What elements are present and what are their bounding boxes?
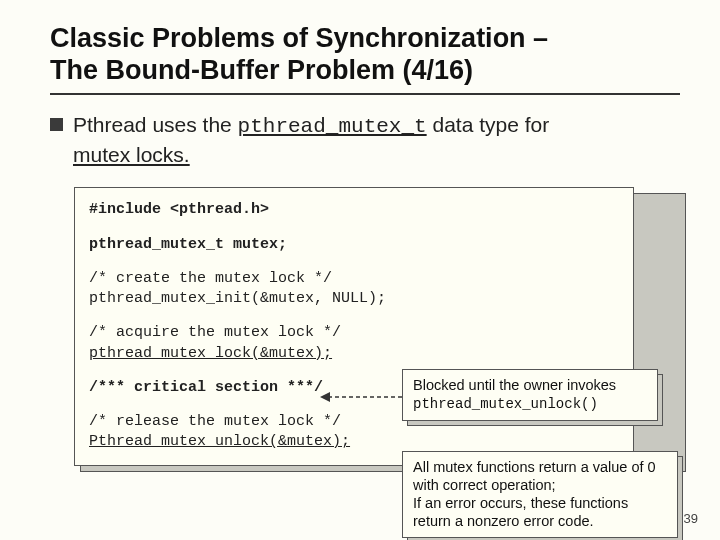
callout2-l2: with correct operation; xyxy=(413,477,556,493)
slide-title: Classic Problems of Synchronization – Th… xyxy=(50,22,680,87)
bullet-post1: data type for xyxy=(427,113,550,136)
title-line-1: Classic Problems of Synchronization – xyxy=(50,23,548,53)
bullet-pre: Pthread uses the xyxy=(73,113,238,136)
code-block-lock: /* acquire the mutex lock */ pthread_mut… xyxy=(89,323,619,364)
callout-inner-2: All mutex functions return a value of 0 … xyxy=(402,451,678,538)
bullet-text: Pthread uses the pthread_mutex_t data ty… xyxy=(73,111,549,170)
title-line-2: The Bound-Buffer Problem (4/16) xyxy=(50,55,473,85)
code-block-init: /* create the mutex lock */ pthread_mute… xyxy=(89,269,619,310)
bullet-code: pthread_mutex_t xyxy=(238,115,427,138)
code-line-6a: /* release the mutex lock */ xyxy=(89,413,341,430)
callout-inner: Blocked until the owner invokes pthread_… xyxy=(402,369,658,421)
callout1-line2: pthread_mutex_unlock() xyxy=(413,396,598,412)
code-line-4b: pthread_mutex_lock(&mutex); xyxy=(89,345,332,362)
callout2-l3: If an error occurs, these functions xyxy=(413,495,628,511)
code-line-4a: /* acquire the mutex lock */ xyxy=(89,324,341,341)
code-line-6b: Pthread_mutex_unlock(&mutex); xyxy=(89,433,350,450)
code-line-include: #include <pthread.h> xyxy=(89,200,619,220)
callout1-line1: Blocked until the owner invokes xyxy=(413,377,616,393)
callout-blocked: Blocked until the owner invokes pthread_… xyxy=(402,369,658,421)
bullet-item: Pthread uses the pthread_mutex_t data ty… xyxy=(50,111,680,170)
code-line-3b: pthread_mutex_init(&mutex, NULL); xyxy=(89,290,386,307)
page-number: 39 xyxy=(684,511,698,526)
title-underline xyxy=(50,93,680,95)
slide: Classic Problems of Synchronization – Th… xyxy=(0,0,720,540)
callout-return: All mutex functions return a value of 0 … xyxy=(402,451,678,538)
code-line-3a: /* create the mutex lock */ xyxy=(89,270,332,287)
callout2-l1: All mutex functions return a value of 0 xyxy=(413,459,656,475)
bullet-marker-icon xyxy=(50,118,63,131)
code-line-decl: pthread_mutex_t mutex; xyxy=(89,235,619,255)
callout2-l4: return a nonzero error code. xyxy=(413,513,594,529)
bullet-post2: mutex locks. xyxy=(73,143,190,166)
